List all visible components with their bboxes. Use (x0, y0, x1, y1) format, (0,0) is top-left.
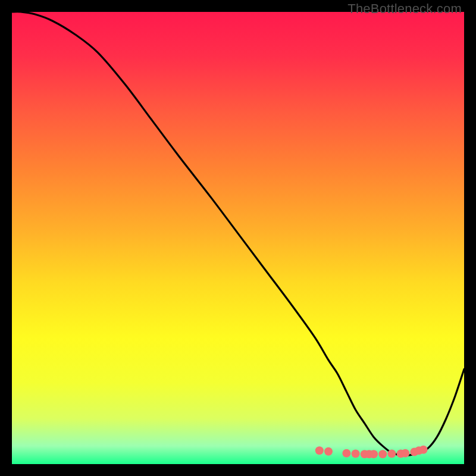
svg-rect-0 (12, 12, 464, 464)
watermark-text: TheBottleneck.com (347, 1, 462, 17)
outer-frame: TheBottleneck.com (0, 0, 476, 476)
background-gradient (12, 12, 464, 464)
plot-area (12, 12, 464, 464)
